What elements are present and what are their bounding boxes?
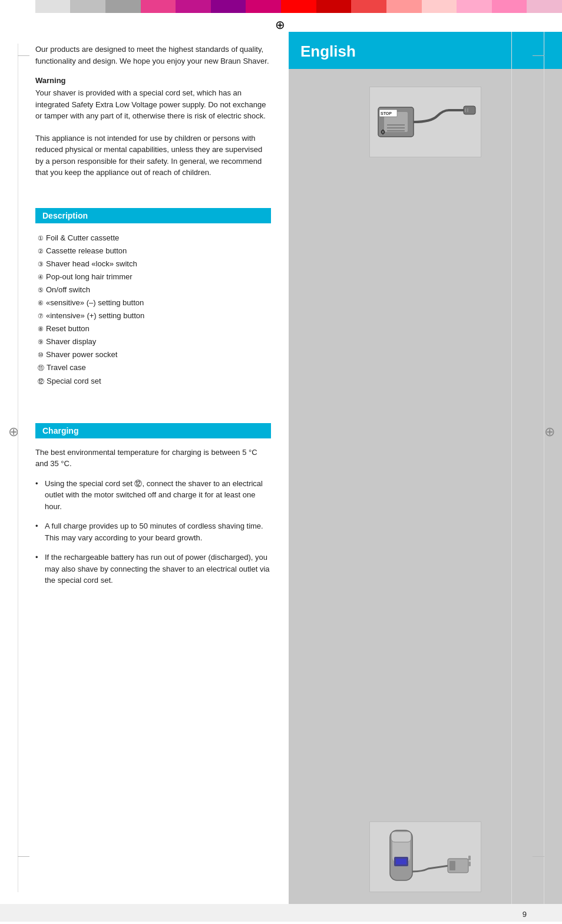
item-text: Foil & Cutter cassette xyxy=(46,233,119,242)
left-margin-line xyxy=(18,44,18,892)
color-bar-segment xyxy=(351,0,386,13)
charging-section: Charging The best environmental temperat… xyxy=(35,423,271,586)
thin-line-bottom-right xyxy=(533,856,544,857)
description-list: ①Foil & Cutter cassette②Cassette release… xyxy=(35,232,271,388)
footer-reg-mark-container: ⊕ xyxy=(0,922,562,924)
description-list-item: ⑧Reset button xyxy=(35,322,271,335)
item-text: Shaver display xyxy=(46,337,96,346)
charging-bullets: Using the special cord set ⑫, connect th… xyxy=(35,478,271,586)
right-sidebar: STOP xyxy=(289,69,562,904)
color-bar-segment xyxy=(35,0,71,13)
page-number: 9 xyxy=(523,910,527,919)
description-list-item: ⑦«intensive» (+) setting button xyxy=(35,309,271,322)
color-bar-segment xyxy=(457,0,492,13)
item-number: ⑦ xyxy=(38,311,44,322)
item-text: Travel case xyxy=(47,363,86,372)
item-number: ② xyxy=(38,246,44,257)
color-bar-segment xyxy=(527,0,562,13)
color-bar-segment xyxy=(281,0,316,13)
description-list-item: ⑨Shaver display xyxy=(35,335,271,348)
svg-rect-17 xyxy=(468,856,471,860)
svg-text:STOP: STOP xyxy=(381,111,392,116)
item-text: Pop-out long hair trimmer xyxy=(46,272,133,281)
item-text: Special cord set xyxy=(47,377,101,385)
item-number: ⑤ xyxy=(38,285,44,296)
reg-mark-symbol xyxy=(275,18,287,29)
item-number: ① xyxy=(38,233,44,244)
description-list-item: ③Shaver head «lock» switch xyxy=(35,258,271,270)
intro-paragraph: Our products are designed to meet the hi… xyxy=(35,44,271,67)
children-warning: This appliance is not intended for use b… xyxy=(35,133,271,179)
item-number: ⑨ xyxy=(38,336,44,348)
item-text: On/off switch xyxy=(46,285,90,294)
warning-section: Warning Your shaver is provided with a s… xyxy=(35,76,271,122)
description-list-item: ②Cassette release button xyxy=(35,245,271,258)
item-number: ⑩ xyxy=(38,349,44,361)
thin-line-top-right xyxy=(533,55,544,56)
item-number: ⑪ xyxy=(38,362,44,374)
warning-text: Your shaver is provided with a special c… xyxy=(35,87,271,122)
item-text: Shaver head «lock» switch xyxy=(46,259,137,268)
svg-rect-15 xyxy=(449,861,455,870)
svg-rect-19 xyxy=(396,859,406,864)
product-image-top: STOP xyxy=(369,87,481,157)
item-number: ⑫ xyxy=(38,376,44,387)
page-title: English xyxy=(300,42,550,61)
description-list-item: ①Foil & Cutter cassette xyxy=(35,232,271,245)
description-section: Description ①Foil & Cutter cassette②Cass… xyxy=(35,208,271,388)
description-list-item: ⑤On/off switch xyxy=(35,283,271,296)
page-number-area: 9 xyxy=(0,904,562,922)
description-list-item: ⑩Shaver power socket xyxy=(35,348,271,361)
color-bar-segment xyxy=(246,0,281,13)
color-bar xyxy=(0,0,562,13)
sidebar-reg-mark: ⊕ xyxy=(544,424,555,440)
thin-line-top-left xyxy=(18,55,29,56)
product-image-bottom xyxy=(369,821,481,892)
item-text: Cassette release button xyxy=(46,246,127,255)
color-bar-segment xyxy=(211,0,246,13)
color-bar-segment xyxy=(70,0,105,13)
color-bar-segment xyxy=(492,0,527,13)
right-column: English STOP xyxy=(289,32,562,904)
item-text: Shaver power socket xyxy=(46,350,117,359)
charging-bullet-item: If the rechargeable battery has run out … xyxy=(35,552,271,586)
shaver-cord-illustration: STOP xyxy=(372,90,478,154)
description-list-item: ⑪Travel case xyxy=(35,361,271,374)
thin-line-bottom-left xyxy=(18,856,29,857)
color-bar-segment xyxy=(316,0,352,13)
color-bar-segment xyxy=(176,0,211,13)
item-number: ⑥ xyxy=(38,298,44,309)
description-section-bar: Description xyxy=(35,208,271,223)
description-list-item: ④Pop-out long hair trimmer xyxy=(35,270,271,283)
description-list-item: ⑫Special cord set xyxy=(35,375,271,388)
right-header: English xyxy=(289,32,562,69)
description-list-item: ⑥«sensitive» (–) setting button xyxy=(35,296,271,309)
svg-rect-16 xyxy=(468,862,471,866)
color-bar-segment xyxy=(0,0,35,13)
item-number: ⑧ xyxy=(38,324,44,335)
registration-mark-top xyxy=(0,13,562,32)
item-text: Reset button xyxy=(46,324,90,333)
shaver-charging-illustration xyxy=(372,824,478,889)
color-bar-segment xyxy=(141,0,176,13)
charging-section-bar: Charging xyxy=(35,423,271,438)
item-number: ④ xyxy=(38,272,44,283)
item-text: «sensitive» (–) setting button xyxy=(46,298,144,307)
color-bar-segment xyxy=(422,0,457,13)
item-number: ③ xyxy=(38,259,44,270)
charging-intro: The best environmental temperature for c… xyxy=(35,447,271,470)
left-column: Our products are designed to meet the hi… xyxy=(0,32,289,904)
color-bar-segment xyxy=(386,0,422,13)
page-wrapper: ⊕ Our products are designed to meet the … xyxy=(0,32,562,904)
warning-title: Warning xyxy=(35,76,271,85)
color-bar-segment xyxy=(105,0,141,13)
item-text: «intensive» (+) setting button xyxy=(46,311,144,320)
charging-bullet-item: A full charge provides up to 50 minutes … xyxy=(35,520,271,543)
svg-rect-13 xyxy=(391,831,411,842)
charging-bullet-item: Using the special cord set ⑫, connect th… xyxy=(35,478,271,513)
